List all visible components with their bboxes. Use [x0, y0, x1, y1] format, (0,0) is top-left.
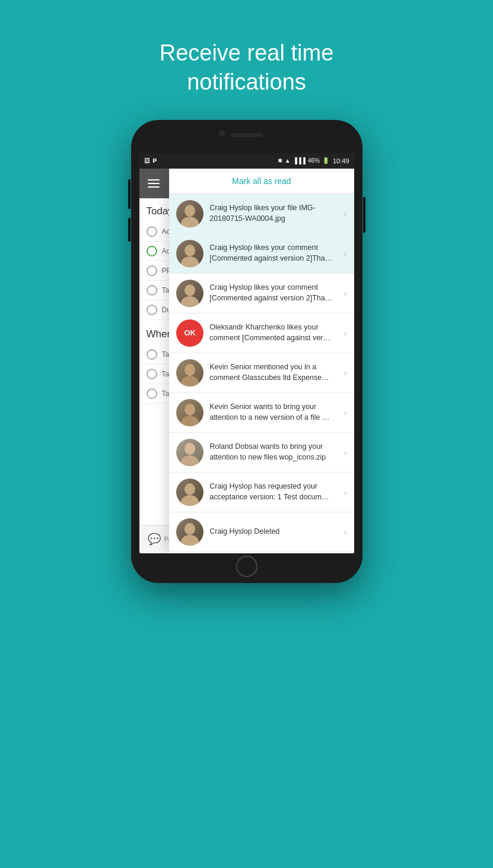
chevron-right-icon: › — [344, 487, 347, 497]
notification-item[interactable]: Sam Abrahams has added a new › — [169, 552, 354, 553]
avatar — [176, 399, 203, 426]
notification-item[interactable]: Craig Hyslop has requested your acceptan… — [169, 473, 354, 512]
notification-text: Oleksandr Kharchenko likes your comment … — [209, 322, 338, 343]
mark-all-read-button[interactable]: Mark all as read — [232, 176, 291, 186]
panel-header: Mark all as read — [169, 169, 354, 194]
phone-speaker — [230, 133, 263, 137]
avatar — [176, 200, 203, 227]
home-button[interactable] — [236, 556, 257, 577]
svg-point-4 — [181, 256, 199, 267]
phone-screen: 🖼 𝗣 ✱ ▲ ▐▐▐ 46% 🔋 10:49 — [139, 153, 354, 553]
wifi-icon: ▲ — [285, 157, 291, 164]
avatar — [176, 280, 203, 307]
notification-item[interactable]: Craig Hyslop likes your comment [Comment… — [169, 234, 354, 274]
notification-text: Craig Hyslop likes your comment [Comment… — [209, 243, 338, 264]
chevron-right-icon: › — [344, 289, 347, 298]
notification-text: Craig Hyslop likes your file IMG-2018071… — [209, 203, 338, 224]
avatar — [176, 359, 203, 387]
notification-list: Craig Hyslop likes your file IMG-2018071… — [169, 194, 354, 553]
notification-panel: Mark all as read Craig Hyslop likes your… — [169, 169, 354, 553]
notification-item[interactable]: Craig Hyslop likes your comment [Comment… — [169, 274, 354, 313]
bluetooth-icon: ✱ — [278, 157, 282, 164]
phone-camera — [219, 131, 225, 137]
svg-point-0 — [185, 205, 195, 217]
svg-point-3 — [185, 245, 195, 256]
notification-item[interactable]: OK Oleksandr Kharchenko likes your comme… — [169, 313, 354, 353]
svg-point-15 — [185, 523, 195, 535]
svg-point-7 — [185, 364, 195, 376]
chat-icon: 💬 — [148, 533, 161, 546]
notification-item[interactable]: Craig Hyslop likes your file IMG-2018071… — [169, 194, 354, 234]
notification-text: Craig Hyslop Deleted — [209, 527, 338, 537]
notification-text: Craig Hyslop likes your comment [Comment… — [209, 283, 338, 303]
avatar — [176, 479, 203, 506]
svg-point-14 — [181, 495, 199, 506]
svg-point-8 — [181, 376, 199, 387]
chevron-right-icon: › — [344, 527, 347, 537]
status-bar: 🖼 𝗣 ✱ ▲ ▐▐▐ 46% 🔋 10:49 — [139, 153, 354, 169]
signal-icon: ▐▐▐ — [293, 157, 306, 164]
phone-device: 🖼 𝗣 ✱ ▲ ▐▐▐ 46% 🔋 10:49 — [131, 120, 362, 583]
svg-point-1 — [181, 217, 199, 227]
svg-point-9 — [185, 404, 195, 416]
svg-point-5 — [185, 284, 195, 296]
notification-text: Kevin Senior mentioned you in a comment … — [209, 362, 338, 383]
hamburger-menu[interactable] — [148, 179, 160, 188]
battery-icon: 🔋 — [322, 157, 329, 164]
notification-text: Kevin Senior wants to bring your attenti… — [209, 402, 338, 423]
notification-text: Craig Hyslop has requested your acceptan… — [209, 481, 338, 502]
chevron-right-icon: › — [344, 249, 347, 258]
notification-item[interactable]: Craig Hyslop Deleted › — [169, 512, 354, 552]
notification-text: Roland Dobsai wants to bring your attent… — [209, 442, 338, 462]
avatar-ok: OK — [176, 319, 203, 347]
chevron-right-icon: › — [344, 448, 347, 457]
time-display: 10:49 — [333, 157, 349, 164]
chevron-right-icon: › — [344, 328, 347, 338]
avatar — [176, 240, 203, 267]
notification-item[interactable]: Roland Dobsai wants to bring your attent… — [169, 433, 354, 473]
page-title: Receive real time notifications — [160, 39, 334, 97]
svg-point-6 — [181, 296, 199, 307]
chevron-right-icon: › — [344, 368, 347, 378]
notification-item[interactable]: Kevin Senior mentioned you in a comment … — [169, 353, 354, 393]
svg-point-11 — [185, 443, 195, 455]
image-icon: 🖼 — [144, 157, 150, 164]
svg-point-16 — [181, 535, 199, 546]
chevron-right-icon: › — [344, 408, 347, 417]
svg-point-10 — [181, 416, 199, 426]
battery-text: 46% — [308, 157, 320, 164]
chevron-right-icon: › — [344, 209, 347, 218]
avatar — [176, 439, 203, 466]
avatar — [176, 518, 203, 546]
pinterest-icon: 𝗣 — [152, 157, 157, 164]
notification-item[interactable]: Kevin Senior wants to bring your attenti… — [169, 393, 354, 433]
app-background: Today Act Act PP Tax — [139, 169, 354, 553]
svg-point-13 — [185, 483, 195, 495]
svg-point-12 — [181, 455, 199, 466]
